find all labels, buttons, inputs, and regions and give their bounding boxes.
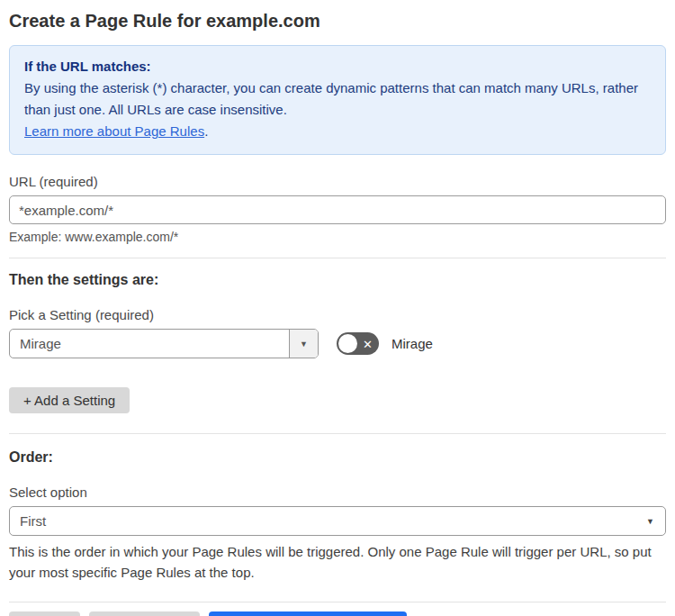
- order-select-label: Select option: [9, 485, 666, 500]
- x-icon: ✕: [363, 338, 373, 349]
- pick-setting-label: Pick a Setting (required): [9, 307, 666, 322]
- order-help-text: This is the order in which your Page Rul…: [9, 541, 666, 584]
- add-setting-button[interactable]: + Add a Setting: [9, 387, 130, 413]
- divider: [9, 433, 666, 434]
- setting-select-value: Mirage: [10, 330, 289, 358]
- divider: [9, 258, 666, 258]
- order-select-value: First: [20, 513, 46, 529]
- cancel-button[interactable]: Cancel: [9, 611, 80, 616]
- order-select[interactable]: First ▼: [9, 506, 666, 536]
- toggle-knob: [338, 334, 357, 353]
- chevron-down-icon: ▼: [646, 517, 654, 526]
- save-draft-button[interactable]: Save as Draft: [89, 611, 200, 616]
- info-box-body: By using the asterisk (*) character, you…: [24, 77, 651, 121]
- learn-more-link[interactable]: Learn more about Page Rules: [24, 123, 204, 139]
- url-input[interactable]: [9, 195, 666, 224]
- setting-select[interactable]: Mirage ▼: [9, 329, 319, 358]
- chevron-down-icon: ▼: [300, 340, 308, 349]
- settings-section-heading: Then the settings are:: [9, 272, 666, 288]
- toggle-label: Mirage: [392, 336, 433, 351]
- divider: [9, 602, 666, 602]
- info-box-link-line: Learn more about Page Rules.: [24, 121, 651, 142]
- setting-row: Mirage ▼ ✕ Mirage: [9, 329, 666, 358]
- mirage-toggle[interactable]: ✕: [337, 332, 379, 355]
- order-section-heading: Order:: [9, 449, 666, 466]
- save-deploy-button[interactable]: Save and Deploy Page Rule: [209, 611, 407, 616]
- page-title: Create a Page Rule for example.com: [9, 11, 666, 32]
- setting-select-dropdown-button[interactable]: ▼: [289, 330, 318, 358]
- url-match-info-box: If the URL matches: By using the asteris…: [9, 45, 666, 155]
- link-period: .: [204, 123, 208, 139]
- info-box-heading: If the URL matches:: [24, 56, 651, 77]
- footer-actions: Cancel Save as Draft Save and Deploy Pag…: [9, 611, 666, 616]
- url-example-hint: Example: www.example.com/*: [9, 230, 666, 244]
- url-field-label: URL (required): [9, 174, 666, 189]
